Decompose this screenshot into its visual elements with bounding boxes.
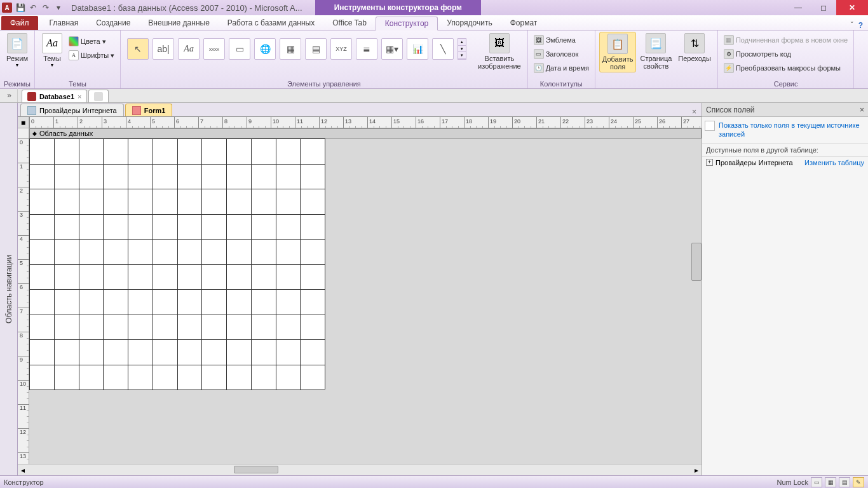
tab-create[interactable]: Создание bbox=[87, 16, 139, 30]
control-hyperlink-icon[interactable]: 🌐 bbox=[254, 38, 276, 60]
close-button[interactable]: ✕ bbox=[836, 0, 868, 15]
group-modes: 📄 Режим ▾ Режимы bbox=[0, 30, 35, 88]
control-label-icon[interactable]: Aa bbox=[178, 38, 200, 60]
insert-image-button[interactable]: 🖼 Вставить изображение bbox=[475, 32, 524, 71]
view-button[interactable]: 📄 Режим ▾ bbox=[4, 32, 31, 69]
tab-external-data[interactable]: Внешние данные bbox=[139, 16, 219, 30]
numlock-indicator: Num Lock bbox=[776, 478, 808, 486]
fonts-icon: A bbox=[69, 50, 79, 60]
navigation-pane-collapsed[interactable]: Область навигации bbox=[0, 103, 18, 475]
contextual-tab-title: Инструменты конструктора форм bbox=[315, 0, 481, 15]
control-tab-icon[interactable]: ▭ bbox=[229, 38, 250, 60]
tab-design[interactable]: Конструктор bbox=[376, 17, 438, 30]
panel-close-button[interactable]: × bbox=[860, 105, 864, 114]
qat-undo-icon[interactable]: ↶ bbox=[27, 2, 39, 13]
minimize-button[interactable]: — bbox=[785, 0, 811, 15]
control-optiongroup-icon[interactable]: XYZ bbox=[330, 38, 352, 60]
tab-database-tools[interactable]: Работа с базами данных bbox=[219, 16, 323, 30]
add-fields-icon: 📋 bbox=[607, 34, 628, 54]
object-tabs: Провайдеры Интернета Form1 × bbox=[18, 103, 702, 117]
section-bar-detail[interactable]: ◆ Область данных bbox=[29, 128, 702, 139]
expand-icon[interactable]: + bbox=[706, 159, 713, 166]
form-icon bbox=[132, 106, 141, 115]
object-tab-form[interactable]: Form1 bbox=[125, 104, 173, 116]
ribbon: 📄 Режим ▾ Режимы Aa Темы ▾ Цвета ▾ AШриф… bbox=[0, 30, 868, 89]
control-navigation-icon[interactable]: ▤ bbox=[305, 38, 327, 60]
control-line-icon[interactable]: ╲ bbox=[432, 38, 454, 60]
access-file-icon bbox=[27, 92, 36, 101]
datetime-button[interactable]: 🕒Дата и время bbox=[532, 61, 591, 75]
control-pagebreak-icon[interactable]: ≣ bbox=[356, 38, 377, 60]
table-icon bbox=[27, 106, 36, 115]
field-list-panel: Список полей × Показать только поля в те… bbox=[702, 103, 868, 475]
file-tab[interactable]: Файл bbox=[1, 16, 38, 30]
app-icon: A bbox=[2, 3, 12, 13]
subform-button[interactable]: ▦Подчиненная форма в новом окне bbox=[722, 33, 850, 47]
tab-arrange[interactable]: Упорядочить bbox=[438, 16, 501, 30]
view-icon: 📄 bbox=[7, 33, 27, 53]
design-canvas-viewport[interactable]: ◆ Область данных bbox=[29, 128, 702, 464]
tab-order-button[interactable]: ⇅ Переходы bbox=[675, 32, 714, 64]
tab-office-tab[interactable]: Office Tab bbox=[323, 16, 376, 30]
themes-button[interactable]: Aa Темы ▾ bbox=[39, 32, 65, 69]
group-service: ▦Подчиненная форма в новом окне ⚙Просмот… bbox=[718, 30, 854, 88]
window-title: Database1 : база данных (Access 2007 - 2… bbox=[71, 3, 302, 13]
tab-home[interactable]: Главная bbox=[41, 16, 88, 30]
control-webbrowser-icon[interactable]: ▦ bbox=[280, 38, 301, 60]
close-object-button[interactable]: × bbox=[687, 107, 702, 116]
image-icon: 🖼 bbox=[489, 33, 510, 53]
vertical-scrollbar[interactable] bbox=[691, 243, 702, 281]
colors-button[interactable]: Цвета ▾ bbox=[67, 34, 116, 48]
controls-gallery[interactable]: ↖ ab| Aa xxxx ▭ 🌐 ▦ ▤ XYZ ≣ ▦▾ 📊 ╲ ▴▾▾ bbox=[125, 32, 469, 60]
control-button-icon[interactable]: xxxx bbox=[203, 38, 225, 60]
convert-macros-button[interactable]: ⚡Преобразовать макросы формы bbox=[722, 61, 850, 75]
horizontal-ruler: ◼ 01234567891011121314151617181920212223… bbox=[18, 117, 702, 128]
status-mode-label: Конструктор bbox=[4, 478, 44, 486]
section-toggle-icon: ◆ bbox=[32, 130, 37, 137]
logo-icon: 🖼 bbox=[534, 35, 544, 45]
doc-tab-database[interactable]: Database1 × bbox=[22, 90, 87, 102]
link-icon bbox=[705, 121, 715, 131]
view-layout-button[interactable]: ▤ bbox=[839, 477, 850, 487]
document-tab-strip: » Database1 × bbox=[0, 89, 868, 103]
show-current-source-link[interactable]: Показать только поля в текущем источнике… bbox=[702, 117, 868, 144]
subform-icon: ▦ bbox=[724, 35, 734, 45]
title-button[interactable]: ▭Заголовок bbox=[532, 47, 591, 61]
qat-customize-icon[interactable]: ▾ bbox=[53, 2, 64, 13]
macro-icon: ⚡ bbox=[724, 63, 734, 73]
gallery-scroller[interactable]: ▴▾▾ bbox=[458, 38, 466, 60]
group-controls: ↖ ab| Aa xxxx ▭ 🌐 ▦ ▤ XYZ ≣ ▦▾ 📊 ╲ ▴▾▾ 🖼… bbox=[121, 30, 528, 88]
doc-tab-new[interactable] bbox=[88, 90, 109, 102]
group-themes: Aa Темы ▾ Цвета ▾ AШрифты ▾ Темы bbox=[35, 30, 121, 88]
fonts-button[interactable]: AШрифты ▾ bbox=[67, 48, 116, 62]
view-code-button[interactable]: ⚙Просмотреть код bbox=[722, 47, 850, 61]
control-chart-icon[interactable]: 📊 bbox=[407, 38, 428, 60]
property-sheet-button[interactable]: 📃 Страница свойств bbox=[637, 32, 674, 71]
field-list-table-item[interactable]: + Провайдеры Интернета Изменить таблицу bbox=[702, 157, 868, 168]
ruler-corner[interactable]: ◼ bbox=[18, 117, 29, 128]
group-header-footer: 🖼Эмблема ▭Заголовок 🕒Дата и время Колонт… bbox=[528, 30, 595, 88]
title-icon: ▭ bbox=[534, 49, 544, 59]
edit-table-link[interactable]: Изменить таблицу bbox=[804, 159, 864, 166]
tab-format[interactable]: Формат bbox=[501, 16, 546, 30]
form-design-surface[interactable] bbox=[29, 139, 325, 390]
view-form-button[interactable]: ▭ bbox=[811, 477, 822, 487]
logo-button[interactable]: 🖼Эмблема bbox=[532, 33, 591, 47]
view-datasheet-button[interactable]: ▦ bbox=[825, 477, 836, 487]
object-tab-table[interactable]: Провайдеры Интернета bbox=[20, 104, 124, 116]
qat-save-icon[interactable]: 💾 bbox=[15, 2, 26, 13]
close-icon[interactable]: × bbox=[78, 93, 81, 100]
control-select-icon[interactable]: ↖ bbox=[127, 38, 149, 60]
nav-expand-button[interactable]: » bbox=[1, 88, 18, 102]
help-icon[interactable]: ? bbox=[858, 21, 863, 30]
view-design-button[interactable]: ✎ bbox=[853, 477, 864, 487]
horizontal-scrollbar[interactable]: ◂ ▸ bbox=[18, 464, 702, 475]
add-fields-button[interactable]: 📋 Добавить поля bbox=[599, 32, 637, 72]
vertical-ruler: 01234567891011121314 bbox=[18, 128, 29, 464]
qat-redo-icon[interactable]: ↷ bbox=[40, 2, 51, 13]
ribbon-minimize-icon[interactable]: ˇ bbox=[851, 21, 853, 30]
maximize-button[interactable]: ◻ bbox=[811, 0, 836, 15]
control-textbox-icon[interactable]: ab| bbox=[153, 38, 174, 60]
control-combobox-icon[interactable]: ▦▾ bbox=[381, 38, 403, 60]
tab-order-icon: ⇅ bbox=[684, 33, 705, 53]
